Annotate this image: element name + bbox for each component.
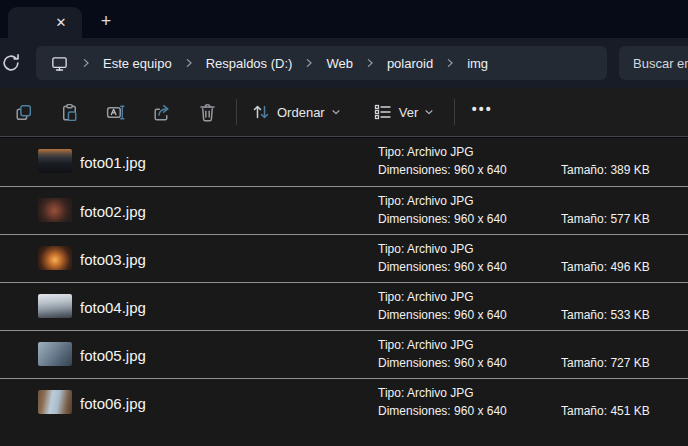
type-label: Tipo: <box>378 145 404 159</box>
chevron-right-icon <box>184 58 194 68</box>
type-value: Archivo JPG <box>407 386 474 400</box>
breadcrumb-item-este-equipo[interactable]: Este equipo <box>103 56 172 71</box>
explorer-tab[interactable]: ✕ <box>8 7 82 38</box>
chevron-right-icon <box>304 58 314 68</box>
view-icon <box>373 102 393 122</box>
file-name: foto03.jpg <box>80 250 146 267</box>
share-icon <box>151 102 172 123</box>
breadcrumb: Este equipo Respaldos (D:) Web polaroid … <box>36 46 607 80</box>
size-label: Tamaño: <box>561 260 607 274</box>
more-options-button[interactable]: ••• <box>461 95 503 129</box>
size-label: Tamaño: <box>561 212 607 226</box>
breadcrumb-item-web[interactable]: Web <box>326 56 353 71</box>
this-pc-icon[interactable] <box>50 54 69 73</box>
file-details: Tipo: Archivo JPG Dimensiones: 960 x 640… <box>378 384 678 420</box>
size-value: 389 KB <box>610 163 649 177</box>
breadcrumb-item-polaroid[interactable]: polaroid <box>387 56 433 71</box>
sort-button[interactable]: Ordenar <box>243 95 349 129</box>
file-list: foto01.jpg Tipo: Archivo JPG Dimensiones… <box>0 138 688 446</box>
type-label: Tipo: <box>378 386 404 400</box>
file-name: foto06.jpg <box>80 394 146 411</box>
type-value: Archivo JPG <box>407 290 474 304</box>
file-row-foto02[interactable]: foto02.jpg Tipo: Archivo JPG Dimensiones… <box>0 186 688 234</box>
view-label: Ver <box>399 105 419 120</box>
file-name: foto01.jpg <box>80 154 146 171</box>
chevron-right-icon <box>365 58 375 68</box>
chevron-down-icon <box>331 107 341 117</box>
file-name: foto05.jpg <box>80 346 146 363</box>
size-value: 533 KB <box>610 308 649 322</box>
size-value: 577 KB <box>610 212 649 226</box>
toolbar-separator <box>454 99 455 125</box>
size-label: Tamaño: <box>561 163 607 177</box>
navigation-band: Este equipo Respaldos (D:) Web polaroid … <box>0 38 688 88</box>
breadcrumb-item-img[interactable]: img <box>467 56 488 71</box>
delete-button[interactable] <box>184 95 230 129</box>
file-name: foto02.jpg <box>80 202 146 219</box>
dimensions-value: 960 x 640 <box>454 260 507 274</box>
dimensions-label: Dimensiones: <box>378 163 451 177</box>
file-explorer-window: ✕ + Este equipo <box>0 0 688 446</box>
paste-icon <box>59 102 80 123</box>
new-tab-button[interactable]: + <box>92 8 120 34</box>
file-row-foto04[interactable]: foto04.jpg Tipo: Archivo JPG Dimensiones… <box>0 282 688 330</box>
type-value: Archivo JPG <box>407 194 474 208</box>
type-value: Archivo JPG <box>407 242 474 256</box>
copy-button[interactable] <box>0 95 46 129</box>
close-icon[interactable]: ✕ <box>52 14 70 32</box>
type-label: Tipo: <box>378 194 404 208</box>
file-row-foto01[interactable]: foto01.jpg Tipo: Archivo JPG Dimensiones… <box>0 138 688 186</box>
refresh-icon[interactable] <box>0 51 28 75</box>
share-button[interactable] <box>138 95 184 129</box>
type-value: Archivo JPG <box>407 338 474 352</box>
rename-button[interactable] <box>92 95 138 129</box>
file-details: Tipo: Archivo JPG Dimensiones: 960 x 640… <box>378 240 678 276</box>
more-icon: ••• <box>472 109 493 115</box>
chevron-right-icon <box>81 58 91 68</box>
breadcrumb-item-respaldos[interactable]: Respaldos (D:) <box>206 56 293 71</box>
type-label: Tipo: <box>378 338 404 352</box>
file-thumbnail[interactable] <box>38 294 72 318</box>
size-value: 727 KB <box>610 356 649 370</box>
chevron-down-icon <box>424 107 434 117</box>
dimensions-value: 960 x 640 <box>454 356 507 370</box>
type-value: Archivo JPG <box>407 145 474 159</box>
size-label: Tamaño: <box>561 356 607 370</box>
search-input[interactable] <box>619 56 688 71</box>
dimensions-label: Dimensiones: <box>378 356 451 370</box>
dimensions-value: 960 x 640 <box>454 163 507 177</box>
dimensions-label: Dimensiones: <box>378 212 451 226</box>
size-value: 496 KB <box>610 260 649 274</box>
tab-bar: ✕ + <box>0 0 688 38</box>
view-button[interactable]: Ver <box>365 95 443 129</box>
copy-icon <box>13 102 34 123</box>
file-row-foto05[interactable]: foto05.jpg Tipo: Archivo JPG Dimensiones… <box>0 330 688 378</box>
file-details: Tipo: Archivo JPG Dimensiones: 960 x 640… <box>378 143 678 179</box>
sort-icon <box>251 102 271 122</box>
file-thumbnail[interactable] <box>38 149 72 173</box>
rename-icon <box>105 102 126 123</box>
dimensions-label: Dimensiones: <box>378 260 451 274</box>
type-label: Tipo: <box>378 242 404 256</box>
file-thumbnail[interactable] <box>38 342 72 366</box>
file-details: Tipo: Archivo JPG Dimensiones: 960 x 640… <box>378 288 678 324</box>
file-details: Tipo: Archivo JPG Dimensiones: 960 x 640… <box>378 192 678 228</box>
file-name: foto04.jpg <box>80 298 146 315</box>
chevron-right-icon <box>445 58 455 68</box>
size-value: 451 KB <box>610 404 649 418</box>
file-row-foto03[interactable]: foto03.jpg Tipo: Archivo JPG Dimensiones… <box>0 234 688 282</box>
type-label: Tipo: <box>378 290 404 304</box>
file-thumbnail[interactable] <box>38 198 72 222</box>
file-row-foto06[interactable]: foto06.jpg Tipo: Archivo JPG Dimensiones… <box>0 378 688 426</box>
file-details: Tipo: Archivo JPG Dimensiones: 960 x 640… <box>378 336 678 372</box>
delete-icon <box>197 102 218 123</box>
dimensions-value: 960 x 640 <box>454 212 507 226</box>
size-label: Tamaño: <box>561 308 607 322</box>
dimensions-label: Dimensiones: <box>378 308 451 322</box>
toolbar-separator <box>236 99 237 125</box>
dimensions-label: Dimensiones: <box>378 404 451 418</box>
paste-button[interactable] <box>46 95 92 129</box>
file-thumbnail[interactable] <box>38 390 72 414</box>
search-box[interactable] <box>619 46 688 80</box>
file-thumbnail[interactable] <box>38 246 72 270</box>
